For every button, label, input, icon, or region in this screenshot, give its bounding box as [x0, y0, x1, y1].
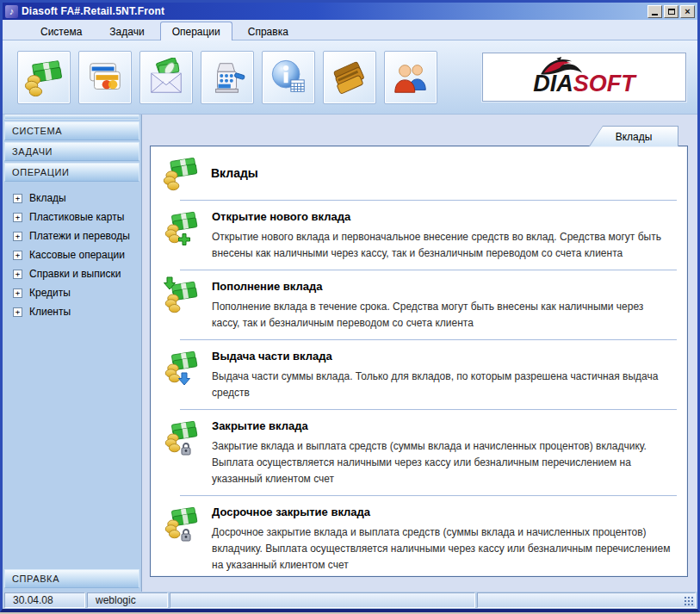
title-bar[interactable]: ♪ Diasoft FA#.Retail.5NT.Front ×	[3, 3, 697, 20]
expand-plus-icon[interactable]: +	[13, 251, 22, 260]
money-lock-icon	[164, 419, 201, 455]
sidebar-item-plastikovye-karty[interactable]: + Пластиковые карты	[13, 208, 139, 226]
minimize-icon	[652, 14, 658, 16]
maximize-icon	[668, 9, 675, 15]
money-arrow-down-green-icon	[164, 279, 201, 315]
expand-plus-icon[interactable]: +	[13, 270, 22, 279]
maximize-button[interactable]	[664, 5, 678, 18]
resize-grip[interactable]	[684, 596, 694, 606]
tab-label[interactable]: Вклады	[590, 127, 678, 146]
minimize-button[interactable]	[647, 5, 662, 18]
status-bar: 30.04.08 weblogic	[3, 592, 697, 609]
menu-bar: Система Задачи Операции Справка	[3, 20, 697, 40]
toolbar-button-credits[interactable]	[323, 51, 376, 104]
tree-item-label[interactable]: Пластиковые карты	[29, 211, 124, 223]
sidebar-item-spravki[interactable]: + Справки и выписки	[13, 264, 139, 283]
sidebar: СИСТЕМА ЗАДАЧИ ОПЕРАЦИИ + Вклады + Пласт…	[3, 115, 142, 592]
sidebar-section-sistema[interactable]: СИСТЕМА	[4, 121, 139, 140]
tree-item-label[interactable]: Кредиты	[29, 287, 71, 299]
toolbar-button-statements[interactable]	[262, 51, 315, 104]
money-arrow-down-blue-icon	[164, 349, 201, 385]
expand-plus-icon[interactable]: +	[13, 288, 22, 298]
sidebar-section-zadachi[interactable]: ЗАДАЧИ	[4, 142, 139, 161]
lock-icon	[179, 528, 193, 542]
page-heading: Вклады	[163, 155, 682, 191]
operation-title[interactable]: Выдача части вклада	[212, 350, 673, 363]
menu-item-sistema[interactable]: Система	[28, 22, 94, 40]
app-window: ♪ Diasoft FA#.Retail.5NT.Front × Система…	[0, 0, 700, 612]
status-empty-cell	[170, 592, 475, 608]
operation-description: Досрочное закрытие вклада и выплата сред…	[212, 524, 673, 574]
page-title: Вклады	[211, 166, 258, 180]
sidebar-item-platezhi[interactable]: + Платежи и переводы	[13, 226, 139, 245]
operation-open-deposit[interactable]: Открытие нового вклада Открытие нового в…	[161, 202, 682, 270]
tab-vklady[interactable]: Вклады	[589, 126, 678, 146]
sidebar-item-kredity[interactable]: + Кредиты	[13, 283, 139, 302]
plus-icon	[177, 233, 191, 246]
close-button[interactable]: ×	[680, 5, 695, 18]
cash-register-icon	[208, 58, 247, 97]
sidebar-top-bar	[4, 115, 139, 120]
sidebar-section-operacii[interactable]: ОПЕРАЦИИ	[4, 163, 139, 182]
info-icon	[269, 58, 308, 97]
status-user: weblogic	[87, 592, 168, 608]
money-icon	[163, 155, 199, 191]
operation-title[interactable]: Досрочное закрытие вклада	[212, 505, 673, 518]
main-area: Вклады Вклады Открытие нового вклада Отк…	[142, 115, 697, 592]
wallet-icon	[330, 58, 369, 97]
operation-description: Закрытие вклада и выплата средств (суммы…	[212, 438, 673, 487]
expand-plus-icon[interactable]: +	[13, 232, 22, 241]
operation-partial-withdrawal[interactable]: Выдача части вклада Выдача части суммы в…	[161, 341, 682, 409]
diasoft-logo: DIASOFT	[482, 53, 686, 102]
toolbar-button-deposits[interactable]	[17, 51, 71, 104]
money-plus-icon	[164, 209, 201, 245]
toolbar-button-cash-operations[interactable]	[201, 51, 254, 104]
operation-description: Пополнение вклада в течение срока. Средс…	[212, 299, 673, 332]
toolbar-button-clients[interactable]	[384, 51, 437, 104]
content-panel: Вклады Открытие нового вклада Открытие н…	[150, 146, 688, 577]
clients-icon	[391, 58, 431, 97]
lock-icon	[179, 442, 193, 456]
toolbar: DIASOFT	[3, 40, 697, 115]
sidebar-section-spravka[interactable]: СПРАВКА	[4, 569, 139, 588]
app-music-note-icon: ♪	[5, 5, 18, 18]
operation-title[interactable]: Пополнение вклада	[212, 280, 673, 293]
operation-early-close-deposit[interactable]: Досрочное закрытие вклада Досрочное закр…	[161, 497, 682, 577]
tree-item-label[interactable]: Кассовые операции	[29, 249, 125, 261]
tree-item-label[interactable]: Справки и выписки	[29, 268, 121, 280]
toolbar-button-transfers[interactable]	[139, 51, 193, 104]
operation-description: Выдача части суммы вклада. Только для вк…	[212, 369, 673, 401]
operation-title[interactable]: Закрытие вклада	[212, 419, 673, 432]
expand-plus-icon[interactable]: +	[13, 194, 22, 203]
arrow-down-green-icon	[163, 276, 177, 290]
money-lock-icon	[164, 505, 201, 541]
menu-item-operacii[interactable]: Операции	[160, 22, 232, 40]
sidebar-item-klienty[interactable]: + Клиенты	[13, 302, 139, 321]
status-empty-cell	[477, 592, 696, 608]
expand-plus-icon[interactable]: +	[13, 307, 22, 317]
status-date: 30.04.08	[4, 592, 85, 608]
tree-item-label[interactable]: Клиенты	[29, 306, 71, 318]
sidebar-tree: + Вклады + Пластиковые карты + Платежи и…	[4, 183, 139, 321]
expand-plus-icon[interactable]: +	[13, 213, 22, 222]
envelope-money-icon	[146, 58, 186, 97]
toolbar-button-cards[interactable]	[78, 51, 132, 104]
arrow-down-blue-icon	[177, 372, 191, 386]
window-title: Diasoft FA#.Retail.5NT.Front	[22, 5, 647, 17]
dolphin-icon	[538, 56, 586, 77]
menu-item-zadachi[interactable]: Задачи	[97, 22, 156, 40]
operation-close-deposit[interactable]: Закрытие вклада Закрытие вклада и выплат…	[161, 411, 682, 495]
bank-cards-icon	[85, 58, 125, 97]
tree-item-label[interactable]: Вклады	[29, 192, 66, 204]
operation-title[interactable]: Открытие нового вклада	[212, 210, 673, 223]
tree-item-label[interactable]: Платежи и переводы	[29, 230, 130, 242]
operation-replenish-deposit[interactable]: Пополнение вклада Пополнение вклада в те…	[161, 271, 682, 339]
menu-item-spravka[interactable]: Справка	[236, 22, 300, 40]
money-icon	[24, 58, 64, 97]
operation-description: Открытие нового вклада и первоначальное …	[212, 229, 673, 262]
close-icon: ×	[685, 7, 690, 16]
sidebar-item-vklady[interactable]: + Вклады	[13, 189, 139, 208]
sidebar-item-kassovye[interactable]: + Кассовые операции	[13, 245, 139, 264]
